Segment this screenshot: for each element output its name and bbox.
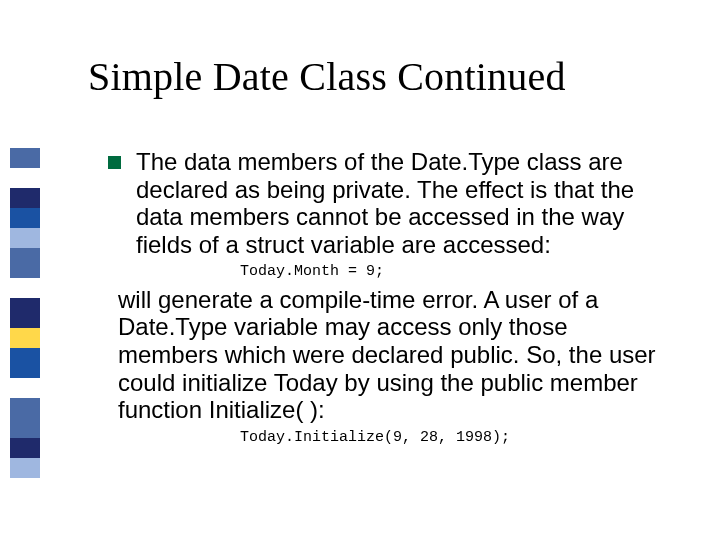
code-line-2: Today.Initialize(9, 28, 1998); [240,428,663,448]
sidebar-block [10,148,40,168]
sidebar-block [10,208,40,228]
body-paragraph-2: will generate a compile-time error. A us… [118,286,663,424]
sidebar-block [10,378,40,398]
decorative-sidebar [10,148,40,478]
slide-body: The data members of the Date.Type class … [108,148,663,451]
sidebar-block [10,438,40,458]
body-paragraph-2-wrap: will generate a compile-time error. A us… [118,286,663,424]
slide: Simple Date Class Continued The data mem… [0,0,720,540]
sidebar-block [10,398,40,438]
slide-title: Simple Date Class Continued [88,55,566,99]
bullet-item: The data members of the Date.Type class … [108,148,663,258]
sidebar-block [10,348,40,378]
sidebar-block [10,248,40,278]
sidebar-block [10,188,40,208]
body-paragraph-1: The data members of the Date.Type class … [136,148,663,258]
sidebar-block [10,298,40,328]
sidebar-block [10,168,40,188]
sidebar-block [10,458,40,478]
sidebar-block [10,278,40,298]
sidebar-block [10,228,40,248]
bullet-icon [108,156,121,169]
code-line-1: Today.Month = 9; [240,262,663,282]
sidebar-block [10,328,40,348]
